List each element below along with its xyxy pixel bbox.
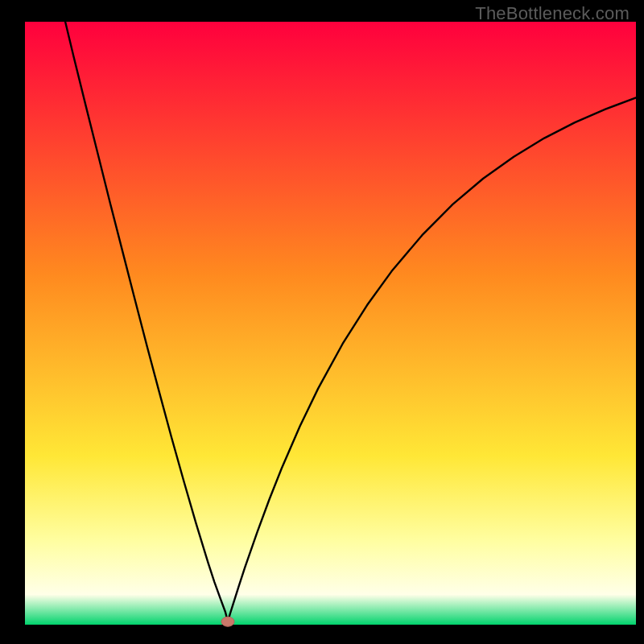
bottleneck-chart: [0, 0, 644, 644]
chart-container: TheBottleneck.com: [0, 0, 644, 644]
minimum-marker: [221, 617, 234, 626]
plot-background-gradient: [25, 22, 636, 625]
